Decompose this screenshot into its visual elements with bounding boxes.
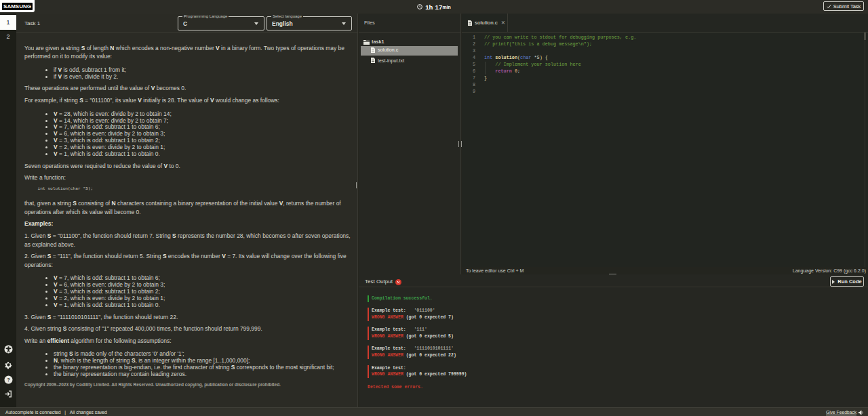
svg-text:?: ?	[7, 377, 10, 383]
